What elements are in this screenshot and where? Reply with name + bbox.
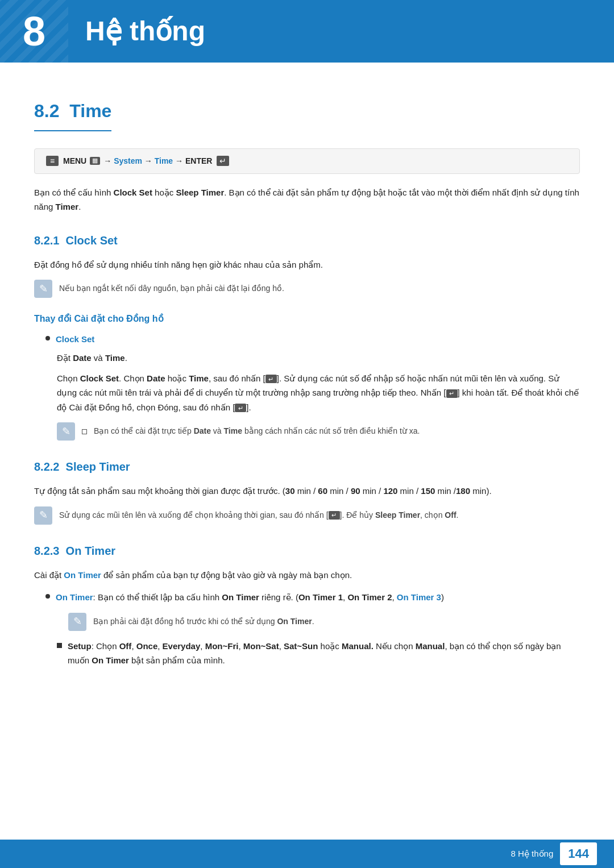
chapter-number-box: 8 [0,0,68,63]
enter-icon [217,156,229,166]
menu-path: MENU ▦ → System → Time → ENTER [34,148,580,173]
note-box-ontimer: Bạn phải cài đặt đồng hồ trước khi có th… [68,613,580,631]
sub-note-icon [57,422,75,441]
bullet-ontimer: On Timer: Bạn có thể thiết lập ba cấu hì… [45,590,580,605]
main-content: 8.2 Time MENU ▦ → System → Time → ENTER … [0,63,614,717]
subsection-822-title: 8.2.2 Sleep Timer [34,458,580,476]
square-bullet-setup: Setup: Chọn Off, Once, Everyday, Mon~Fri… [57,639,580,668]
clock-set-label: Clock Set [56,334,94,344]
note-text-ontimer: Bạn phải cài đặt đồng hồ trước khi có th… [93,613,314,628]
note-box-822: Sử dụng các mũi tên lên và xuống để chọn… [34,506,580,525]
section-heading: 8.2 Time [34,85,580,143]
square-bullet-text-setup: Setup: Chọn Off, Once, Everyday, Mon~Fri… [68,639,580,668]
bullet-text-clockset: Clock Set [56,332,94,347]
footer: 8 Hệ thống 144 [0,840,614,868]
note-icon-822 [34,506,52,525]
subsection-821-title: 8.2.1 Clock Set [34,231,580,250]
bullet-dot [45,336,50,340]
chapter-number: 8 [23,11,45,52]
detail-date-time: Đặt Date và Time. Chọn Clock Set. Chọn D… [57,351,580,414]
sub-note-clockset: Bạn có thể cài đặt trực tiếp Date và Tim… [57,422,580,441]
ontimer-note-block: Bạn phải cài đặt đồng hồ trước khi có th… [68,613,580,631]
note-text-822: Sử dụng các mũi tên lên và xuống để chọn… [59,506,458,521]
menu-path-text: → System → Time → ENTER [103,155,212,167]
menu-icon [46,156,59,166]
subsection-822-desc: Tự động tắt sản phẩm sau một khoảng thời… [34,484,580,499]
bullet-clockset: Clock Set [45,332,580,347]
bullet-dot-2 [45,594,50,599]
note-box-821: Nếu bạn ngắt kết nối dây nguồn, bạn phải… [34,280,580,298]
bullet-text-ontimer: On Timer: Bạn có thể thiết lập ba cấu hì… [56,590,444,605]
sub-heading-clock: Thay đổi Cài đặt cho Đồng hồ [34,312,580,326]
subsection-823-desc: Cài đặt On Timer để sản phẩm của bạn tự … [34,568,580,583]
note-icon-ontimer [68,613,86,631]
chapter-title: Hệ thống [85,10,205,53]
square-bullet-dot [57,643,62,648]
footer-page-number: 144 [560,842,597,865]
chapter-header: 8 Hệ thống [0,0,614,63]
menu-label: MENU [63,155,86,167]
section-title: 8.2 Time [34,97,111,131]
note-text-821: Nếu bạn ngắt kết nối dây nguồn, bạn phải… [59,280,284,294]
footer-text: 8 Hệ thống [511,847,554,861]
subsection-823-title: 8.2.3 On Timer [34,542,580,560]
sub-note-text: Bạn có thể cài đặt trực tiếp Date và Tim… [82,422,420,437]
note-icon-821 [34,280,52,298]
intro-text: Bạn có thể cấu hình Clock Set hoặc Sleep… [34,185,580,214]
subsection-821-desc: Đặt đồng hồ để sử dụng nhiều tính năng h… [34,258,580,272]
